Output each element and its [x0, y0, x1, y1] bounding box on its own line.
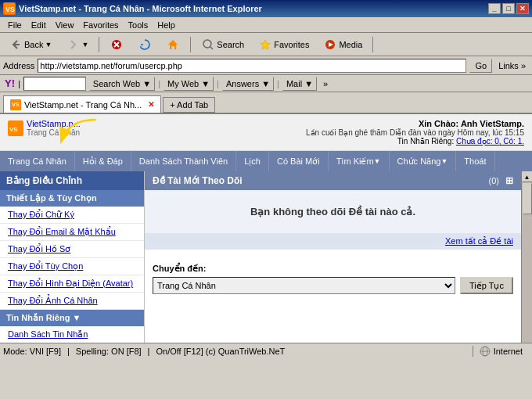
svg-rect-2	[13, 44, 20, 45]
address-label: Address	[3, 61, 34, 70]
svg-marker-7	[168, 40, 178, 49]
panel-count: (0)	[489, 176, 499, 185]
separator-3	[372, 37, 373, 52]
search-web-button[interactable]: Search Web ▼	[89, 77, 155, 91]
links-button[interactable]: Links »	[495, 61, 529, 70]
nav-trang-ca-nhan[interactable]: Trang Cá Nhân	[0, 151, 75, 171]
globe-icon	[480, 346, 491, 357]
see-all-row: Xem tất cả Đề tài	[145, 233, 521, 250]
scrollbar[interactable]: ▲ ▼	[521, 171, 532, 343]
status-separator-1: |	[67, 347, 70, 356]
media-label: Media	[339, 40, 362, 49]
sidebar-item-danh-sach-tin-nhan[interactable]: Danh Sách Tin Nhắn	[0, 326, 144, 343]
sidebar-item-email[interactable]: Thay Đổi Email & Mật Khẩu	[0, 224, 144, 241]
links-sep4: |	[277, 79, 279, 88]
chuyen-den-label: Chuyển đến:	[153, 264, 513, 274]
web-search-input[interactable]	[23, 77, 86, 91]
chuyen-den-row: Trang Cá Nhân Tiếp Tục	[153, 277, 513, 294]
yahoo-icon[interactable]: Y!	[5, 77, 15, 89]
search-toolbar-button[interactable]: Search	[196, 35, 250, 54]
content-layout: Bảng Điều Chỉnh Thiết Lập & Tùy Chọn Tha…	[0, 171, 532, 343]
back-button[interactable]: Back ▼	[3, 35, 57, 54]
app-icon: VS	[3, 2, 16, 15]
pm-link[interactable]: Chưa đọc: 0, Có: 1.	[456, 137, 524, 146]
refresh-button[interactable]	[132, 35, 157, 54]
scroll-track	[522, 182, 533, 343]
links-more[interactable]: »	[323, 79, 328, 88]
status-left: Mode: VNI [F9] | Spelling: ON [F8] | On/…	[3, 347, 285, 356]
address-input[interactable]	[38, 59, 466, 73]
close-tab-button[interactable]: ✕	[148, 100, 154, 109]
browser-tab-1[interactable]: VS VietStamp.net - Trang Cá Nh... ✕	[3, 95, 161, 113]
mail-button[interactable]: Mail ▼	[282, 77, 317, 91]
menu-edit[interactable]: Edit	[27, 19, 51, 31]
media-icon	[323, 38, 337, 52]
nav-hoi-dap[interactable]: Hỏi & Đáp	[75, 151, 131, 171]
menu-view[interactable]: View	[51, 19, 79, 31]
svg-text:VS: VS	[9, 126, 18, 133]
favorites-button[interactable]: Favorites	[253, 35, 315, 54]
menu-tools[interactable]: Tools	[124, 19, 153, 31]
back-icon	[9, 38, 23, 52]
vietstamp-link[interactable]: VietStamp.n...	[27, 119, 81, 128]
minimize-button[interactable]: _	[488, 3, 501, 14]
pm-status: Tin Nhắn Riêng: Chưa đọc: 0, Có: 1.	[306, 137, 524, 146]
site-logo: VS VietStamp.n... Trang Cá Nhân	[8, 119, 81, 137]
chuyen-den-select[interactable]: Trang Cá Nhân	[153, 277, 455, 294]
add-tab-button[interactable]: + Add Tab	[163, 97, 215, 113]
media-button[interactable]: Media	[318, 35, 368, 54]
home-button[interactable]	[160, 35, 185, 54]
search-toolbar-icon	[201, 38, 215, 52]
stop-icon	[110, 38, 124, 52]
sidebar-item-ho-so[interactable]: Thay Đổi Hồ Sơ	[0, 241, 144, 258]
tiep-tuc-button[interactable]: Tiếp Tục	[460, 277, 513, 294]
nav-tim-kiem[interactable]: Tìm Kiếm	[329, 151, 390, 171]
panel-collapse-icon[interactable]: ⊞	[505, 175, 513, 186]
logo-text: VietStamp.n... Trang Cá Nhân	[27, 119, 81, 137]
nav-lich[interactable]: Lịch	[236, 151, 269, 171]
sidebar-header: Bảng Điều Chỉnh	[0, 171, 144, 190]
sidebar-item-tuy-chon[interactable]: Thay Đổi Tùy Chọn	[0, 258, 144, 275]
close-button[interactable]: ✕	[516, 3, 529, 14]
nav-chuc-nang[interactable]: Chức Năng	[390, 151, 457, 171]
window-controls: _ □ ✕	[488, 3, 529, 14]
scroll-up-button[interactable]: ▲	[522, 171, 533, 182]
links-bar: Y! | Search Web ▼ | My Web ▼ | Answers ▼…	[0, 75, 532, 92]
window-title: VietStamp.net - Trang Cá Nhân - Microsof…	[19, 4, 262, 13]
title-bar: VS VietStamp.net - Trang Cá Nhân - Micro…	[0, 0, 532, 17]
stop-button[interactable]	[104, 35, 129, 54]
menu-favorites[interactable]: Favorites	[78, 19, 123, 31]
svg-marker-10	[261, 40, 270, 49]
back-arrow: ▼	[45, 41, 52, 49]
go-button[interactable]: Go	[469, 59, 492, 73]
see-all-link[interactable]: Xem tất cả Đề tài	[445, 236, 513, 246]
answers-button[interactable]: Answers ▼	[222, 77, 274, 91]
yahoo-separator: |	[18, 79, 20, 88]
status-separator-2: |	[148, 347, 150, 356]
sidebar-item-anh[interactable]: Thay Đổi Ảnh Cá Nhân	[0, 293, 144, 310]
nav-co-bai-moi[interactable]: Có Bài Mới	[269, 151, 329, 171]
tab-1-label: VietStamp.net - Trang Cá Nh...	[24, 100, 142, 110]
panel-header: Đề Tài Mới Theo Dõi (0) ⊞	[145, 171, 521, 190]
sidebar-item-chu-ky[interactable]: Thay Đổi Chữ Ký	[0, 207, 144, 224]
menu-bar: File Edit View Favorites Tools Help	[0, 17, 532, 33]
last-visit: Lần cuối Bạn ghé thăm Diễn đàn vào ngày …	[306, 128, 524, 137]
menu-help[interactable]: Help	[153, 19, 180, 31]
separator-2	[190, 37, 191, 52]
pm-label: Tin Nhắn Riêng:	[397, 137, 454, 146]
back-label: Back	[24, 40, 43, 49]
sidebar-item-avatar[interactable]: Thay Đổi Hình Đại Diện (Avatar)	[0, 275, 144, 293]
menu-file[interactable]: File	[3, 19, 27, 31]
greeting-section: VS VietStamp.n... Trang Cá Nhân Xin Chào…	[0, 114, 532, 151]
forward-button[interactable]: ▼	[60, 35, 94, 54]
svg-text:VS: VS	[5, 5, 15, 13]
maximize-button[interactable]: □	[502, 3, 515, 14]
sidebar-section-tin-nhan[interactable]: Tin Nhắn Riêng ▼	[0, 310, 144, 326]
status-onoff: On/Off [F12] (c) QuanTriWeb.NeT	[156, 347, 285, 356]
page-subtitle: Trang Cá Nhân	[27, 128, 81, 137]
nav-danh-sach[interactable]: Danh Sách Thành Viên	[131, 151, 236, 171]
myweb-button[interactable]: My Web ▼	[164, 77, 214, 91]
nav-thoat[interactable]: Thoát	[456, 151, 494, 171]
sidebar-section-thiet-lap[interactable]: Thiết Lập & Tùy Chọn	[0, 190, 144, 207]
scroll-thumb[interactable]	[523, 183, 532, 214]
